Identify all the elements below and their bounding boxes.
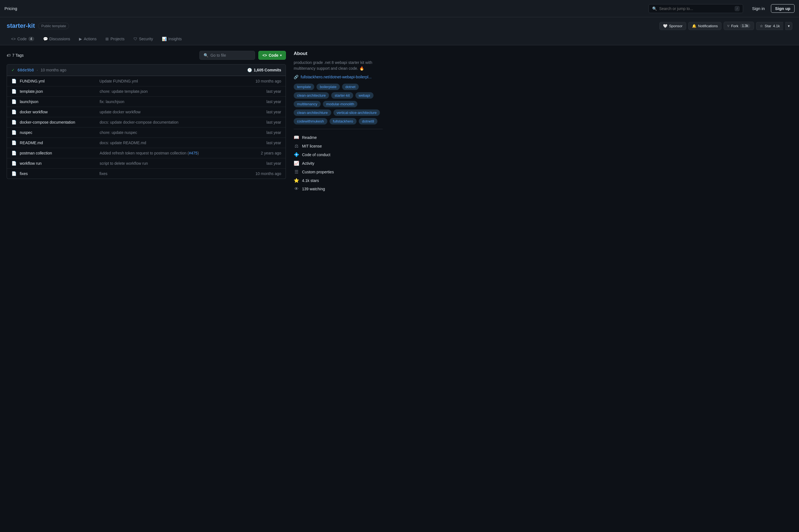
file-name: docker-compose documentation [20,120,96,125]
repo-header: starter-kit Public template 🤍 Sponsor 🔔 … [0,17,799,45]
table-row: 📄 FUNDING.yml Update FUNDING.yml 10 mont… [7,76,286,86]
file-time: last year [256,99,281,104]
tab-projects-label: Projects [110,37,125,41]
code-brackets-icon: <> [262,53,267,57]
sidebar-meta-item[interactable]: 📈 Activity [294,159,383,168]
topic-tag[interactable]: vertical-slice-architecture [333,110,380,116]
tab-actions[interactable]: ▶ Actions [74,33,101,45]
file-link[interactable]: FUNDING.yml [20,79,44,83]
tab-projects[interactable]: ⊞ Projects [101,33,129,45]
notifications-label: Notifications [698,24,718,28]
topic-tag[interactable]: boilerplate [316,83,340,90]
file-name: nuspec [20,130,96,135]
table-row: 📄 fixes fixes 10 months ago [7,168,286,178]
insights-icon: 📊 [162,37,167,41]
about-title: About [294,51,383,56]
topic-tag[interactable]: modular-monolith [323,101,357,107]
sidebar-meta-item[interactable]: 📖 Readme [294,133,383,142]
topic-tag[interactable]: dotnet [342,83,359,90]
tab-discussions[interactable]: 💬 Discussions [39,33,75,45]
meta-label: 139 watching [302,187,383,191]
file-name: FUNDING.yml [20,79,96,83]
meta-label: Code of conduct [302,153,383,157]
meta-label: 4.1k stars [302,178,383,183]
projects-icon: ⊞ [105,37,109,41]
file-icon: 📄 [12,130,16,135]
pr-link[interactable]: #475 [189,151,197,155]
table-row: 📄 postman collection Added refresh token… [7,148,286,158]
file-link[interactable]: postman collection [20,151,52,155]
topic-tag[interactable]: clean-architecture [294,92,329,99]
sponsor-button[interactable]: 🤍 Sponsor [659,22,686,30]
commit-hash[interactable]: 60de9b8 [18,68,34,72]
topic-tag[interactable]: fullstackhero [330,118,357,125]
search-icon: 🔍 [652,6,657,11]
goto-file-button[interactable]: 🔍 Go to file [199,51,255,60]
file-icon: 📄 [12,110,16,114]
file-time: last year [256,130,281,135]
about-link[interactable]: 🔗 fullstackhero.net/dotnet-webapi-boiler… [294,75,383,79]
tab-insights[interactable]: 📊 Insights [158,33,186,45]
star-button[interactable]: ☆ Star 4.1k [756,22,783,30]
code-icon: <> [11,37,16,41]
meta-icon: 📈 [294,160,299,166]
file-link[interactable]: workflow run [20,161,42,166]
topic-tag[interactable]: codewithmukesh [294,118,327,125]
file-link[interactable]: docker-compose documentation [20,120,75,125]
signin-button[interactable]: Sign in [749,4,768,13]
tab-discussions-label: Discussions [50,37,70,41]
file-time: last year [256,110,281,114]
file-link[interactable]: nuspec [20,130,32,135]
file-link[interactable]: docker workflow [20,110,48,114]
topic-tag[interactable]: template [294,83,314,90]
commits-btn[interactable]: 🕐 1,605 Commits [247,68,281,72]
code-chevron-icon: ▾ [280,54,282,57]
tab-security-label: Security [139,37,153,41]
topic-tag[interactable]: multitenancy [294,101,321,107]
file-commit-message: script to delete workflow run [99,161,253,166]
sidebar-meta-item[interactable]: 💠 Code of conduct [294,150,383,159]
sidebar-meta-item[interactable]: ☰ Custom properties [294,168,383,176]
tab-insights-label: Insights [168,37,182,41]
file-name: docker workflow [20,110,96,114]
bell-icon: 🔔 [692,24,696,28]
search-input[interactable] [659,6,732,11]
file-link[interactable]: launchjson [20,99,38,104]
file-table: 📄 FUNDING.yml Update FUNDING.yml 10 mont… [7,76,286,179]
commit-check-icon: ✓ [12,68,15,72]
fork-button[interactable]: ⑂ Fork 1.3k [724,22,754,30]
commit-time: 10 months ago [41,68,67,72]
sidebar-meta-item[interactable]: ⚖ MIT license [294,142,383,150]
notifications-button[interactable]: 🔔 Notifications [688,22,721,30]
star-count: 4.1k [773,24,780,28]
meta-icon: 💠 [294,152,299,157]
tab-code-label: Code [17,37,26,41]
repo-name[interactable]: starter-kit [7,22,35,30]
file-icon: 📄 [12,151,16,156]
tab-security[interactable]: 🛡 Security [129,33,158,45]
file-link[interactable]: README.md [20,140,43,145]
file-link[interactable]: template.json [20,89,43,94]
star-icon: ☆ [760,24,763,28]
file-icon: 📄 [12,140,16,145]
file-area: 🏷 7 Tags 🔍 Go to file <> Code ▾ ✓ 60de9b… [7,51,286,193]
star-caret-button[interactable]: ▾ [785,22,792,30]
tab-code[interactable]: <> Code 4 [7,33,39,45]
branch-row: 🏷 7 Tags 🔍 Go to file <> Code ▾ [7,51,286,60]
nav-pricing[interactable]: Pricing [4,6,17,11]
file-link[interactable]: fixes [20,171,28,176]
topic-tag[interactable]: dotnet8 [359,118,377,125]
file-icon: 📄 [12,171,16,176]
file-icon: 📄 [12,120,16,125]
fork-label: Fork [731,24,738,28]
topic-tag[interactable]: starter-kit [331,92,353,99]
table-row: 📄 workflow run script to delete workflow… [7,158,286,168]
sidebar-meta-item[interactable]: ⭐ 4.1k stars [294,176,383,185]
topic-tag[interactable]: clean-architechture [294,110,331,116]
code-dropdown-button[interactable]: <> Code ▾ [258,51,286,60]
topic-tag[interactable]: webapi [356,92,374,99]
search-bar[interactable]: 🔍 / [649,4,743,13]
sidebar-meta-item[interactable]: 👁 139 watching [294,185,383,193]
file-name: postman collection [20,151,96,155]
signup-button[interactable]: Sign up [771,4,795,13]
